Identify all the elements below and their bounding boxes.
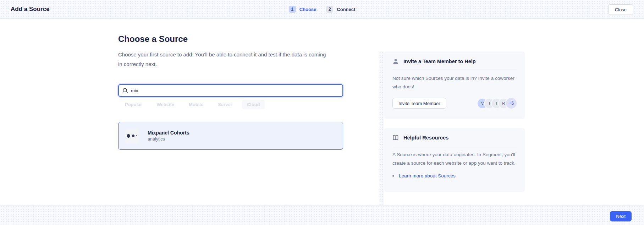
step-2-badge: 2 [326, 6, 333, 13]
bullet-icon [392, 175, 394, 177]
mixpanel-cohorts-logo-icon [125, 129, 139, 143]
bottombar: Next [0, 205, 644, 225]
divider [392, 70, 517, 70]
divider [392, 146, 517, 146]
source-search[interactable] [118, 84, 343, 97]
avatar-overflow-badge: +6 [506, 98, 517, 109]
tab-mobile[interactable]: Mobile [189, 102, 203, 107]
resources-card-title: Helpful Resources [403, 135, 448, 141]
step-connect[interactable]: 2 Connect [326, 6, 355, 13]
topbar: Add a Source 1 Choose 2 Connect Close [0, 0, 644, 19]
team-avatars: V T T R +6 [478, 98, 517, 109]
source-category: analytics [148, 137, 189, 142]
book-icon [392, 135, 399, 141]
search-icon [122, 88, 128, 93]
tab-server[interactable]: Server [218, 102, 232, 107]
resources-card-body: A Source is where your data originates. … [392, 150, 517, 168]
category-tabs: Popular Website Mobile Server Cloud [125, 102, 265, 107]
person-icon [392, 58, 399, 65]
result-text: Mixpanel Cohorts analytics [148, 130, 189, 142]
source-name: Mixpanel Cohorts [148, 130, 189, 136]
step-1-badge: 1 [289, 6, 296, 13]
stepper: 1 Choose 2 Connect [0, 6, 644, 13]
source-result-mixpanel-cohorts[interactable]: Mixpanel Cohorts analytics [118, 122, 343, 150]
invite-card-title: Invite a Team Member to Help [403, 59, 476, 64]
close-button[interactable]: Close [608, 4, 633, 15]
invite-card-body: Not sure which Sources your data is in? … [392, 74, 517, 91]
search-input[interactable] [131, 85, 339, 96]
invite-card-header: Invite a Team Member to Help [392, 58, 517, 65]
sidebar-divider-strip [379, 51, 384, 205]
invite-actions-row: Invite Team Member V T T R +6 [392, 98, 517, 109]
step-choose[interactable]: 1 Choose [289, 6, 317, 13]
section-description: Choose your first source to add. You’ll … [118, 50, 331, 69]
resources-link-item: Learn more about Sources [392, 173, 517, 179]
tab-website[interactable]: Website [156, 102, 174, 107]
resources-card-header: Helpful Resources [392, 134, 517, 141]
step-1-label: Choose [299, 7, 317, 12]
invite-team-member-button[interactable]: Invite Team Member [392, 98, 446, 109]
learn-more-sources-link[interactable]: Learn more about Sources [399, 173, 456, 179]
invite-team-card: Invite a Team Member to Help Not sure wh… [384, 51, 525, 119]
step-2-label: Connect [337, 7, 355, 12]
next-button[interactable]: Next [610, 211, 632, 221]
section-heading: Choose a Source [118, 34, 188, 44]
tab-popular[interactable]: Popular [125, 102, 142, 107]
tab-cloud[interactable]: Cloud [242, 100, 265, 109]
helpful-resources-card: Helpful Resources A Source is where your… [384, 128, 525, 192]
